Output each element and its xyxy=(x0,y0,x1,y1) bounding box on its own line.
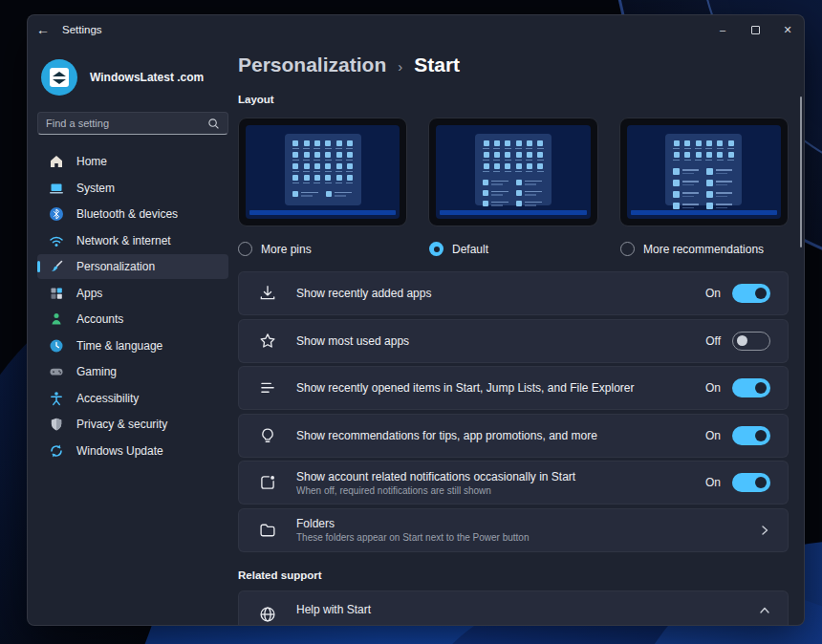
sidebar-item-label: Windows Update xyxy=(76,444,163,458)
sidebar-item-label: Accounts xyxy=(76,312,123,326)
radio-label: More pins xyxy=(261,243,312,256)
system-icon xyxy=(49,181,64,196)
setting-title: Help with Start xyxy=(296,603,759,616)
chevron-up-icon xyxy=(759,605,770,616)
setting-row-account-notifications: Show account related notifications occas… xyxy=(238,461,789,504)
layout-preview-more-recommendations[interactable] xyxy=(619,118,789,226)
layout-preview-more-pins[interactable] xyxy=(238,118,407,226)
preview-taskbar xyxy=(440,210,586,215)
toggle-knob xyxy=(755,382,767,394)
gaming-icon xyxy=(49,364,64,379)
sidebar-item-network-internet[interactable]: Network & internet xyxy=(37,228,228,253)
back-button[interactable]: ← xyxy=(28,15,58,44)
sidebar-item-label: Personalization xyxy=(76,260,155,273)
layout-preview-default[interactable] xyxy=(428,118,597,226)
toggle-switch[interactable] xyxy=(732,426,770,445)
preview-start-menu xyxy=(475,134,552,205)
sidebar-item-apps[interactable]: Apps xyxy=(37,281,228,306)
sidebar-item-personalization[interactable]: Personalization xyxy=(37,254,228,279)
sidebar: WindowsLatest .com Home System xyxy=(28,44,238,625)
globe-icon xyxy=(258,605,277,624)
account-notification-icon xyxy=(258,473,277,492)
toggle-knob xyxy=(755,430,767,441)
lightbulb-icon xyxy=(258,426,277,445)
search-box[interactable] xyxy=(37,112,228,135)
setting-title: Folders xyxy=(296,517,759,530)
sidebar-item-label: Accessibility xyxy=(76,392,139,405)
sidebar-item-system[interactable]: System xyxy=(37,176,228,201)
radio-icon xyxy=(620,242,635,256)
related-support-heading: Related support xyxy=(238,569,789,581)
sidebar-item-label: System xyxy=(76,182,115,195)
toggle-knob xyxy=(737,335,747,346)
personalization-icon xyxy=(49,259,64,274)
setting-title: Show recently added apps xyxy=(296,287,705,300)
search-input[interactable] xyxy=(46,118,207,129)
sidebar-item-label: Gaming xyxy=(76,365,117,378)
search-icon xyxy=(207,118,220,130)
toggle-switch[interactable] xyxy=(732,473,770,492)
toggle-switch[interactable] xyxy=(732,378,770,397)
profile-name: WindowsLatest .com xyxy=(90,71,204,84)
sidebar-item-label: Home xyxy=(76,155,107,168)
radio-label: More recommendations xyxy=(643,243,764,256)
brand-logo-icon xyxy=(50,68,69,87)
radio-icon xyxy=(429,242,443,256)
radio-option-default[interactable]: Default xyxy=(429,242,620,256)
breadcrumb-parent[interactable]: Personalization xyxy=(238,54,386,76)
settings-window: ← Settings – ✕ WindowsLatest .com Home xyxy=(27,14,805,626)
sidebar-item-home[interactable]: Home xyxy=(37,149,228,174)
apps-icon xyxy=(49,286,64,301)
toggle-switch[interactable] xyxy=(732,284,770,303)
recently-added-icon xyxy=(258,284,277,303)
maximize-button[interactable] xyxy=(739,15,771,44)
toggle-switch[interactable] xyxy=(732,332,770,351)
sidebar-item-windows-update[interactable]: Windows Update xyxy=(37,439,228,463)
sidebar-item-accessibility[interactable]: Accessibility xyxy=(37,386,228,411)
preview-start-menu xyxy=(285,134,361,205)
folder-icon xyxy=(258,521,277,540)
setting-title: Show recommendations for tips, app promo… xyxy=(296,429,705,442)
toggle-state-label: On xyxy=(705,429,721,442)
toggle-state-label: On xyxy=(705,287,721,300)
sidebar-item-time-language[interactable]: Time & language xyxy=(37,333,228,358)
setting-title: Show most used apps xyxy=(296,334,705,348)
home-icon xyxy=(49,154,64,169)
page-title: Start xyxy=(414,54,460,76)
toggle-state-label: On xyxy=(705,476,721,489)
radio-option-more-recommendations[interactable]: More recommendations xyxy=(620,242,764,256)
toggle-knob xyxy=(755,477,767,488)
scrollbar[interactable] xyxy=(800,97,802,247)
sidebar-item-label: Apps xyxy=(76,287,102,300)
network-icon xyxy=(49,233,64,248)
close-button[interactable]: ✕ xyxy=(771,15,804,44)
preview-screen xyxy=(246,125,400,219)
window-controls: – ✕ xyxy=(706,15,804,44)
sidebar-item-gaming[interactable]: Gaming xyxy=(37,359,228,384)
settings-rows: Show recently added apps On Show most us… xyxy=(238,271,789,552)
preview-start-menu xyxy=(665,134,742,205)
setting-row-recommendations-tips: Show recommendations for tips, app promo… xyxy=(238,414,789,458)
layout-radio-group: More pins Default More recommendations xyxy=(238,242,789,256)
setting-title: Show recently opened items in Start, Jum… xyxy=(296,381,705,395)
titlebar: ← Settings – ✕ xyxy=(28,15,804,44)
star-icon xyxy=(258,332,277,351)
related-support-rows: Help with Start xyxy=(238,590,789,626)
user-profile[interactable]: WindowsLatest .com xyxy=(41,59,228,96)
radio-label: Default xyxy=(452,243,488,256)
setting-row-folders[interactable]: Folders These folders appear on Start ne… xyxy=(238,508,789,552)
sidebar-item-accounts[interactable]: Accounts xyxy=(37,307,228,332)
toggle-state-label: On xyxy=(705,381,721,395)
breadcrumb-separator-icon: › xyxy=(398,58,402,75)
help-with-start-row[interactable]: Help with Start xyxy=(238,590,789,626)
sidebar-item-label: Bluetooth & devices xyxy=(76,207,178,221)
preview-screen xyxy=(436,125,590,219)
setting-row-recently-opened-items: Show recently opened items in Start, Jum… xyxy=(238,366,789,410)
sidebar-item-privacy-security[interactable]: Privacy & security xyxy=(37,412,228,437)
windows-update-icon xyxy=(49,443,64,459)
minimize-button[interactable]: – xyxy=(706,15,739,44)
sidebar-item-bluetooth-devices[interactable]: Bluetooth & devices xyxy=(37,202,228,226)
shield-icon xyxy=(49,417,64,432)
time-language-icon xyxy=(49,338,64,354)
radio-option-more-pins[interactable]: More pins xyxy=(238,242,429,256)
